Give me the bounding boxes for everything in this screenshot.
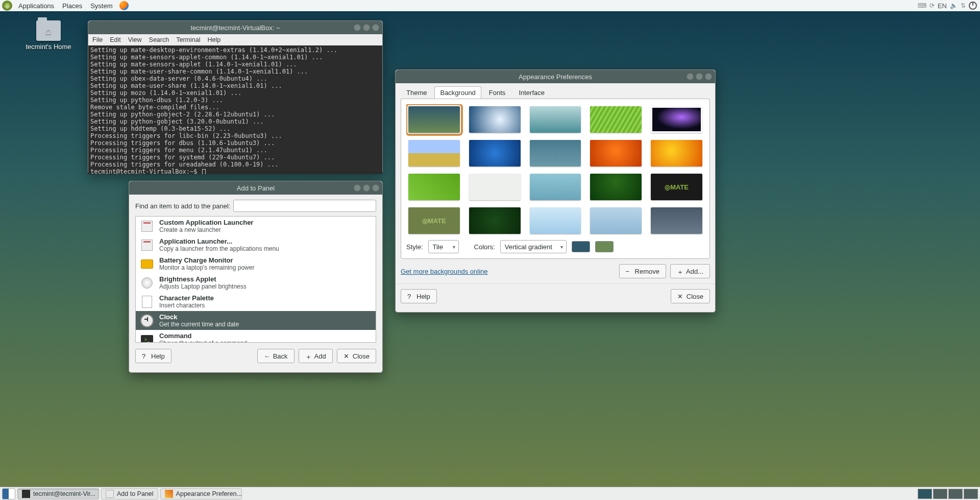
network-icon[interactable]: ⇅: [961, 2, 966, 9]
firefox-icon[interactable]: [119, 1, 129, 10]
task-add-panel[interactable]: Add to Panel: [101, 488, 158, 499]
add-to-panel-window: Add to Panel Find an item to add to the …: [129, 181, 383, 373]
more-backgrounds-link[interactable]: Get more backgrounds online: [401, 268, 488, 275]
close-button[interactable]: [705, 73, 712, 80]
applet-row[interactable]: Battery Charge MonitorMonitor a laptop's…: [136, 254, 376, 273]
menu-view[interactable]: View: [128, 36, 142, 43]
close-button[interactable]: [372, 184, 379, 192]
task-appearance[interactable]: Appearance Preferen...: [160, 488, 242, 499]
help-button[interactable]: ?Help: [135, 349, 172, 363]
wallpaper-thumb[interactable]: [408, 174, 460, 200]
window-icon: [106, 490, 114, 498]
applet-row[interactable]: Custom Application LauncherCreate a new …: [136, 217, 376, 235]
applet-row[interactable]: Character PaletteInsert characters: [136, 292, 376, 311]
close-button[interactable]: ✕Close: [337, 349, 376, 363]
workspace-2[interactable]: [933, 489, 947, 499]
wallpaper-thumb[interactable]: [469, 106, 521, 133]
maximize-button[interactable]: [696, 73, 703, 80]
minimize-button[interactable]: [354, 24, 361, 31]
update-icon[interactable]: ⟳: [929, 2, 935, 9]
find-label: Find an item to add to the panel:: [135, 202, 230, 210]
wallpaper-thumb[interactable]: [590, 140, 642, 166]
wallpaper-thumb[interactable]: [590, 207, 642, 234]
maximize-button[interactable]: [363, 184, 370, 192]
back-button[interactable]: ←Back: [257, 349, 295, 363]
menu-help[interactable]: Help: [207, 36, 220, 43]
applet-row[interactable]: Brightness AppletAdjusts Laptop panel br…: [136, 273, 376, 292]
wallpaper-thumb[interactable]: [530, 140, 581, 166]
wallpaper-grid: ◎MATE ◎MATE: [406, 104, 704, 235]
menu-terminal[interactable]: Terminal: [176, 36, 200, 43]
appearance-icon: [165, 490, 173, 498]
wallpaper-thumb[interactable]: [530, 106, 581, 133]
menu-applications[interactable]: Applications: [14, 2, 58, 10]
close-button[interactable]: ✕Close: [671, 289, 710, 303]
wallpaper-thumb[interactable]: ◎MATE: [408, 207, 460, 234]
appearance-titlebar[interactable]: Appearance Preferences: [396, 70, 715, 83]
tab-background[interactable]: Background: [434, 86, 481, 99]
menu-file[interactable]: File: [92, 36, 103, 43]
system-tray: ⌨ ⟳ EN 🔈 ⇅: [918, 2, 980, 10]
tab-interface[interactable]: Interface: [513, 86, 550, 99]
wallpaper-thumb[interactable]: [651, 140, 702, 166]
folder-icon: ⌂: [36, 20, 61, 41]
appearance-tabs: Theme Background Fonts Interface: [396, 83, 715, 99]
wallpaper-thumb[interactable]: [469, 207, 521, 234]
power-icon[interactable]: [969, 2, 977, 10]
style-label: Style:: [406, 243, 423, 251]
show-desktop-button[interactable]: [2, 488, 15, 499]
wallpaper-thumb[interactable]: [469, 140, 521, 166]
menu-search[interactable]: Search: [149, 36, 169, 43]
colors-select[interactable]: Vertical gradient: [500, 240, 567, 253]
wallpaper-thumb[interactable]: [530, 174, 581, 200]
style-select[interactable]: Tile: [428, 240, 459, 253]
minimize-button[interactable]: [687, 73, 694, 80]
remove-button[interactable]: −Remove: [619, 264, 666, 278]
colors-label: Colors:: [474, 243, 495, 251]
wallpaper-thumb[interactable]: [408, 140, 460, 166]
minimize-button[interactable]: [354, 184, 361, 192]
applet-row[interactable]: >_CommandShows the output of a command: [136, 330, 376, 343]
applet-list[interactable]: Custom Application LauncherCreate a new …: [135, 216, 376, 343]
color-secondary-swatch[interactable]: [595, 241, 614, 252]
tab-fonts[interactable]: Fonts: [483, 86, 511, 99]
workspace-1[interactable]: [918, 489, 932, 499]
wallpaper-thumb[interactable]: [651, 106, 702, 133]
wallpaper-thumb[interactable]: [408, 106, 460, 133]
add-button[interactable]: ＋Add: [299, 349, 333, 363]
menu-edit[interactable]: Edit: [110, 36, 121, 43]
terminal-menubar: File Edit View Search Terminal Help: [88, 34, 382, 45]
menu-system[interactable]: System: [86, 2, 116, 10]
add-panel-title: Add to Panel: [237, 184, 275, 192]
terminal-window: tecmint@tecmint-VirtualBox: ~ File Edit …: [88, 20, 383, 174]
color-primary-swatch[interactable]: [572, 241, 590, 252]
wallpaper-thumb[interactable]: [590, 106, 642, 133]
applet-row[interactable]: Application Launcher...Copy a launcher f…: [136, 235, 376, 254]
language-indicator[interactable]: EN: [938, 2, 947, 10]
keyboard-icon[interactable]: ⌨: [918, 2, 926, 9]
wallpaper-thumb[interactable]: [469, 174, 521, 200]
wallpaper-thumb[interactable]: [651, 207, 702, 234]
desktop-home-icon[interactable]: ⌂ tecmint's Home: [26, 20, 71, 51]
applet-row[interactable]: ClockGet the current time and date: [136, 311, 376, 330]
find-input[interactable]: [233, 200, 376, 212]
maximize-button[interactable]: [363, 24, 370, 31]
close-button[interactable]: [372, 24, 379, 31]
terminal-titlebar[interactable]: tecmint@tecmint-VirtualBox: ~: [88, 21, 382, 34]
wallpaper-thumb[interactable]: [530, 207, 581, 234]
wallpaper-thumb[interactable]: [590, 174, 642, 200]
wallpaper-thumb[interactable]: ◎MATE: [651, 174, 702, 200]
help-button[interactable]: ?Help: [401, 289, 437, 303]
menu-places[interactable]: Places: [58, 2, 86, 10]
add-panel-titlebar[interactable]: Add to Panel: [129, 181, 382, 195]
task-terminal[interactable]: tecmint@tecmint-Vir...: [17, 488, 99, 499]
volume-icon[interactable]: 🔈: [950, 2, 958, 9]
top-panel: ◎ Applications Places System ⌨ ⟳ EN 🔈 ⇅: [0, 0, 980, 11]
workspace-4[interactable]: [964, 489, 978, 499]
workspace-switcher: [918, 489, 980, 499]
tab-theme[interactable]: Theme: [401, 86, 432, 99]
add-wallpaper-button[interactable]: ＋Add...: [670, 264, 710, 278]
terminal-output[interactable]: Setting up mate-desktop-environment-extr…: [88, 45, 382, 174]
workspace-3[interactable]: [948, 489, 963, 499]
appearance-window: Appearance Preferences Theme Background …: [395, 69, 716, 313]
